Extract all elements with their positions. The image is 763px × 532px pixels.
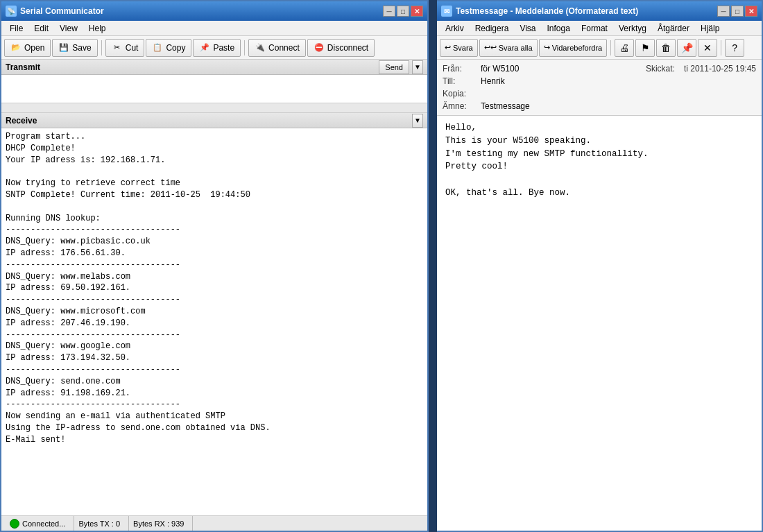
subject-value: Testmessage xyxy=(481,101,756,111)
to-value: Henrik xyxy=(481,76,756,86)
from-label: Från: xyxy=(443,64,481,74)
email-maximize-button[interactable]: □ xyxy=(731,6,744,17)
help-button[interactable]: ? xyxy=(725,39,744,57)
send-dropdown-button[interactable]: ▼ xyxy=(412,60,423,74)
email-body: Hello, This is your W5100 speaking. I'm … xyxy=(437,116,762,531)
subject-row: Ämne: Testmessage xyxy=(443,100,756,112)
copy-button[interactable]: 📋 Copy xyxy=(146,39,191,57)
email-toolbar-separator-1 xyxy=(610,40,611,55)
svara-icon: ↩ xyxy=(445,43,451,52)
print-button[interactable]: 🖨 xyxy=(615,39,634,57)
serial-toolbar: 📂 Open 💾 Save ✂ Cut 📋 Copy 📌 Paste 🔌 Con… xyxy=(1,36,427,60)
bytes-tx-label: Bytes TX : 0 xyxy=(78,520,120,528)
sent-label: Skickat: xyxy=(646,64,684,74)
from-value: för W5100 xyxy=(481,64,646,74)
subject-label: Ämne: xyxy=(443,101,481,111)
open-button[interactable]: 📂 Open xyxy=(4,39,51,57)
connect-button[interactable]: 🔌 Connect xyxy=(248,39,306,57)
serial-titlebar-left: 📡 Serial Communicator xyxy=(6,6,104,17)
serial-menu-help[interactable]: Help xyxy=(83,22,112,35)
cut-icon: ✂ xyxy=(112,42,123,53)
flag-button[interactable]: ⚑ xyxy=(635,39,655,57)
pin-button[interactable]: 📌 xyxy=(677,39,696,57)
email-window: ✉ Testmessage - Meddelande (Oformaterad … xyxy=(437,0,763,532)
vidarebefordra-icon: ↪ xyxy=(544,43,550,52)
receive-label: Receive xyxy=(6,116,37,126)
disconnect-button[interactable]: ⛔ Disconnect xyxy=(307,39,375,57)
serial-menu-view[interactable]: View xyxy=(54,22,83,35)
cc-row: Kopia: xyxy=(443,87,756,100)
send-button[interactable]: Send xyxy=(379,60,409,74)
copy-icon: 📋 xyxy=(152,42,163,53)
serial-communicator-window: 📡 Serial Communicator ─ □ ✕ File Edit Vi… xyxy=(0,0,429,532)
connect-icon: 🔌 xyxy=(255,42,266,53)
email-title: Testmessage - Meddelande (Oformaterad te… xyxy=(456,6,638,16)
email-menu-infoga[interactable]: Infoga xyxy=(542,22,576,35)
transmit-label: Transmit xyxy=(6,62,40,72)
to-label: Till: xyxy=(443,76,481,86)
open-icon: 📂 xyxy=(10,42,22,53)
transmit-header: Transmit Send ▼ xyxy=(1,60,427,75)
email-menu-visa[interactable]: Visa xyxy=(514,22,541,35)
vidarebefordra-button[interactable]: ↪ Vidarebefordra xyxy=(539,39,608,57)
email-menu-bar: Arkiv Redigera Visa Infoga Format Verkty… xyxy=(437,21,762,36)
svara-alla-button[interactable]: ↩↩ Svara alla xyxy=(479,39,538,57)
svara-alla-icon: ↩↩ xyxy=(484,43,497,52)
svara-button[interactable]: ↩ Svara xyxy=(440,39,478,57)
connected-label: Connected... xyxy=(22,520,65,528)
email-body-wrapper: Hello, This is your W5100 speaking. I'm … xyxy=(437,116,762,531)
email-menu-hjalp[interactable]: Hjälp xyxy=(695,22,725,35)
receive-content[interactable]: Program start... DHCP Complete! Your IP … xyxy=(1,128,427,515)
serial-titlebar: 📡 Serial Communicator ─ □ ✕ xyxy=(1,1,427,21)
email-minimize-button[interactable]: ─ xyxy=(717,6,730,17)
to-row: Till: Henrik xyxy=(443,75,756,87)
bytes-tx-status: Bytes TX : 0 xyxy=(74,516,129,531)
save-icon: 💾 xyxy=(58,42,69,53)
serial-close-button[interactable]: ✕ xyxy=(411,6,423,17)
serial-menu-bar: File Edit View Help xyxy=(1,21,427,36)
close-email-button[interactable]: ✕ xyxy=(698,39,717,57)
transmit-section: Transmit Send ▼ xyxy=(1,60,427,113)
email-menu-format[interactable]: Format xyxy=(576,22,613,35)
from-row: Från: för W5100 Skickat: ti 2011-10-25 1… xyxy=(443,62,756,75)
serial-window-controls: ─ □ ✕ xyxy=(383,6,423,17)
paste-button[interactable]: 📌 Paste xyxy=(193,39,241,57)
connection-indicator xyxy=(10,519,19,529)
delete-button[interactable]: 🗑 xyxy=(656,39,676,57)
paste-icon: 📌 xyxy=(199,42,210,53)
serial-menu-file[interactable]: File xyxy=(4,22,28,35)
cc-label: Kopia: xyxy=(443,89,481,98)
serial-minimize-button[interactable]: ─ xyxy=(383,6,395,17)
receive-header: Receive ▼ xyxy=(1,113,427,128)
toolbar-separator-1 xyxy=(101,40,102,55)
serial-app-icon: 📡 xyxy=(6,6,17,17)
email-menu-arkiv[interactable]: Arkiv xyxy=(440,22,470,35)
send-area: Send ▼ xyxy=(379,60,423,74)
serial-menu-edit[interactable]: Edit xyxy=(28,22,54,35)
transmit-horizontal-scrollbar[interactable] xyxy=(1,103,427,112)
save-button[interactable]: 💾 Save xyxy=(52,39,97,57)
bytes-rx-label: Bytes RX : 939 xyxy=(133,520,184,528)
email-headers: Från: för W5100 Skickat: ti 2011-10-25 1… xyxy=(437,60,762,116)
email-toolbar-separator-2 xyxy=(721,40,721,55)
bytes-rx-status: Bytes RX : 939 xyxy=(129,516,193,531)
email-app-icon: ✉ xyxy=(441,6,452,17)
email-close-button[interactable]: ✕ xyxy=(745,6,757,17)
transmit-input[interactable] xyxy=(1,75,427,103)
serial-maximize-button[interactable]: □ xyxy=(397,6,409,17)
toolbar-separator-2 xyxy=(244,40,245,55)
email-menu-verktyg[interactable]: Verktyg xyxy=(613,22,652,35)
email-titlebar-left: ✉ Testmessage - Meddelande (Oformaterad … xyxy=(441,6,638,17)
cut-button[interactable]: ✂ Cut xyxy=(105,39,145,57)
email-toolbar: ↩ Svara ↩↩ Svara alla ↪ Vidarebefordra 🖨… xyxy=(437,36,762,60)
email-titlebar: ✉ Testmessage - Meddelande (Oformaterad … xyxy=(437,1,762,21)
serial-title: Serial Communicator xyxy=(20,6,104,16)
email-menu-atgarder[interactable]: Åtgärder xyxy=(652,22,695,35)
serial-status-bar: Connected... Bytes TX : 0 Bytes RX : 939 xyxy=(1,515,427,531)
receive-dropdown-button[interactable]: ▼ xyxy=(412,114,423,128)
email-menu-redigera[interactable]: Redigera xyxy=(470,22,515,35)
connection-status: Connected... xyxy=(6,516,74,531)
email-window-controls: ─ □ ✕ xyxy=(717,6,757,17)
receive-section: Receive ▼ Program start... DHCP Complete… xyxy=(1,113,427,515)
disconnect-icon: ⛔ xyxy=(314,42,325,53)
